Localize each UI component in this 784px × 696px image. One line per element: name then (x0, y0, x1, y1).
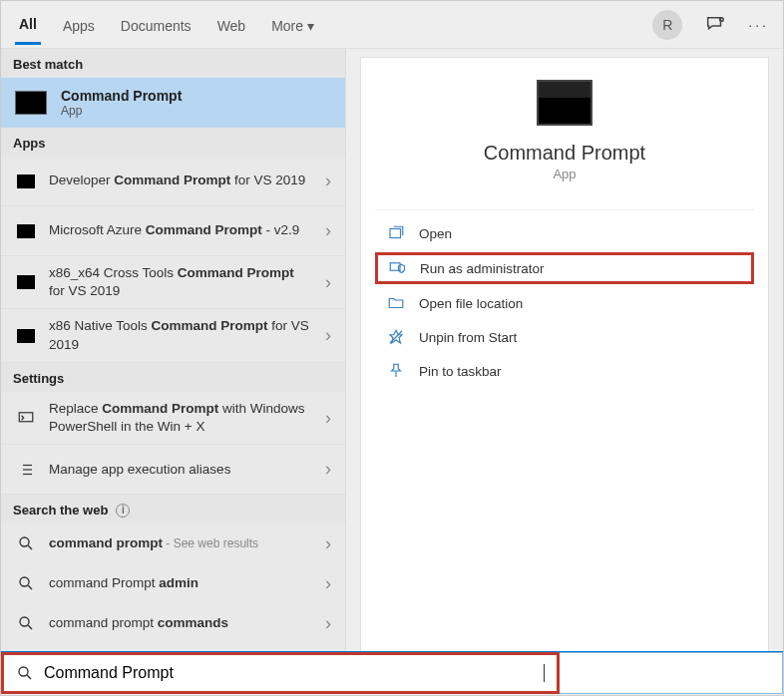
top-bar: All Apps Documents Web More ▾ R ··· (1, 1, 783, 49)
detail-pane: Command Prompt App Open Run as administr… (360, 57, 769, 655)
detail-pane-container: Command Prompt App Open Run as administr… (346, 49, 783, 651)
app-result-label: x86 Native Tools Command Prompt for VS 2… (49, 317, 313, 353)
section-settings: Settings (1, 363, 345, 392)
detail-title: Command Prompt (361, 142, 768, 165)
chevron-right-icon[interactable]: › (325, 171, 331, 191)
settings-result-1[interactable]: Manage app execution aliases › (1, 445, 345, 495)
svg-point-17 (19, 667, 28, 676)
app-result-3[interactable]: x86 Native Tools Command Prompt for VS 2… (1, 309, 345, 362)
svg-line-18 (27, 675, 31, 679)
text-cursor (544, 664, 545, 682)
results-body: Best match Command Prompt App Apps Devel… (1, 49, 783, 651)
action-open-location[interactable]: Open file location (361, 286, 768, 320)
web-result-label: command Prompt admin (49, 574, 313, 592)
info-icon[interactable]: i (116, 504, 130, 518)
chevron-down-icon: ▾ (307, 18, 314, 34)
search-field-wrapper[interactable] (1, 652, 560, 694)
tab-web[interactable]: Web (213, 6, 250, 44)
action-run-admin[interactable]: Run as administrator (375, 252, 754, 284)
tab-more[interactable]: More ▾ (267, 6, 318, 44)
more-options-icon[interactable]: ··· (748, 17, 769, 33)
action-run-admin-label: Run as administrator (420, 261, 545, 276)
cmd-icon (15, 174, 37, 189)
section-apps: Apps (1, 128, 345, 157)
search-icon (15, 615, 37, 631)
feedback-icon[interactable] (704, 14, 726, 36)
settings-result-0[interactable]: Replace Command Prompt with Windows Powe… (1, 392, 345, 445)
settings-result-label: Manage app execution aliases (49, 461, 313, 479)
best-match-title: Command Prompt (61, 88, 182, 104)
web-result-label: command prompt commands (49, 614, 313, 632)
app-result-2[interactable]: x86_x64 Cross Tools Command Prompt for V… (1, 256, 345, 309)
app-result-label: Developer Command Prompt for VS 2019 (49, 172, 313, 189)
pin-icon (387, 362, 405, 380)
chevron-right-icon[interactable]: › (325, 220, 331, 241)
cmd-icon (15, 328, 37, 344)
chevron-right-icon[interactable]: › (325, 533, 331, 554)
web-result-0[interactable]: command prompt - See web results › (1, 523, 345, 563)
unpin-icon (387, 328, 405, 346)
search-icon (16, 664, 34, 682)
action-pin-taskbar-label: Pin to taskbar (419, 364, 502, 379)
svg-point-10 (20, 577, 29, 586)
filter-tabs: All Apps Documents Web More ▾ (15, 4, 318, 45)
search-bar (1, 651, 783, 695)
section-web-label: Search the web (13, 503, 108, 518)
search-bar-spacer (560, 652, 783, 694)
web-result-label: command prompt - See web results (49, 534, 313, 552)
svg-rect-14 (390, 229, 401, 238)
action-open-label: Open (419, 226, 452, 241)
web-result-2[interactable]: command prompt commands › (1, 603, 345, 643)
detail-subtitle: App (361, 167, 768, 181)
action-open[interactable]: Open (361, 216, 768, 250)
cmd-icon (15, 274, 37, 290)
chevron-right-icon[interactable]: › (325, 408, 331, 429)
chevron-right-icon[interactable]: › (325, 272, 331, 293)
svg-line-13 (28, 626, 32, 630)
settings-result-label: Replace Command Prompt with Windows Powe… (49, 400, 313, 436)
action-unpin-start[interactable]: Unpin from Start (361, 320, 768, 354)
tab-apps[interactable]: Apps (59, 6, 99, 44)
terminal-swap-icon (15, 410, 37, 426)
web-result-1[interactable]: command Prompt admin › (1, 563, 345, 603)
search-input[interactable] (44, 664, 534, 682)
open-icon (387, 224, 405, 242)
cmd-icon (15, 223, 37, 239)
detail-app-icon (537, 80, 592, 126)
search-icon (15, 535, 37, 551)
svg-point-0 (720, 17, 724, 21)
app-result-label: x86_x64 Cross Tools Command Prompt for V… (49, 264, 313, 300)
svg-point-12 (20, 617, 29, 626)
search-window: All Apps Documents Web More ▾ R ··· Best… (0, 0, 784, 696)
search-icon (15, 575, 37, 591)
action-open-location-label: Open file location (419, 296, 523, 311)
separator (375, 209, 754, 210)
cmd-icon (15, 91, 47, 115)
tab-all[interactable]: All (15, 4, 41, 45)
chevron-right-icon[interactable]: › (325, 573, 331, 594)
app-result-1[interactable]: Microsoft Azure Command Prompt - v2.9 › (1, 206, 345, 256)
list-icon (15, 462, 37, 478)
user-avatar[interactable]: R (652, 10, 682, 40)
svg-point-8 (20, 537, 29, 546)
svg-line-11 (28, 586, 32, 590)
section-web: Search the web i (1, 495, 345, 523)
tab-documents[interactable]: Documents (117, 6, 196, 44)
best-match-subtitle: App (61, 104, 182, 118)
chevron-right-icon[interactable]: › (325, 325, 331, 346)
best-match-item[interactable]: Command Prompt App (1, 78, 345, 128)
results-list: Best match Command Prompt App Apps Devel… (1, 49, 346, 651)
app-result-label: Microsoft Azure Command Prompt - v2.9 (49, 221, 313, 239)
chevron-right-icon[interactable]: › (325, 459, 331, 480)
action-pin-taskbar[interactable]: Pin to taskbar (361, 354, 768, 388)
svg-line-9 (28, 546, 32, 550)
action-unpin-start-label: Unpin from Start (419, 330, 517, 345)
app-result-0[interactable]: Developer Command Prompt for VS 2019 › (1, 157, 345, 206)
section-best-match: Best match (1, 49, 345, 78)
folder-icon (387, 294, 405, 312)
svg-rect-1 (19, 413, 33, 422)
top-right-controls: R ··· (652, 10, 769, 40)
chevron-right-icon[interactable]: › (325, 613, 331, 634)
shield-admin-icon (388, 259, 406, 277)
tab-more-label: More (271, 18, 303, 34)
